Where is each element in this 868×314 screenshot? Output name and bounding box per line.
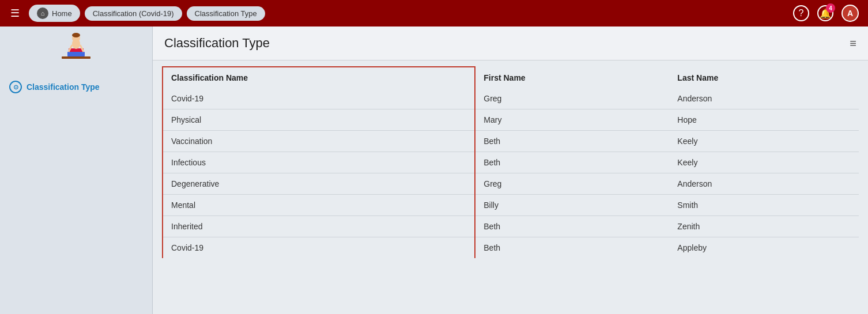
sidebar-item-classification-type-label: Classification Type [27,82,100,92]
cell-last-name: Zenith [669,216,859,237]
content-area: Classification Type ≡ Classification Nam… [153,27,868,314]
cell-first-name: Mary [475,109,669,131]
logo-svg [56,32,96,67]
topbar: ☰ ⌂ Home Classification (Covid-19) Class… [0,0,868,27]
help-button[interactable]: ? [793,5,809,21]
home-label: Home [52,9,72,18]
classification-covid-label: Classification (Covid-19) [93,9,174,18]
sidebar-item-classification-type[interactable]: ⊙ Classification Type [0,76,152,98]
sidebar: ⊙ Classification Type [0,27,153,314]
help-icon: ? [799,8,804,18]
cell-last-name: Anderson [669,88,859,109]
svg-rect-1 [67,52,85,56]
cell-classification-name: Degenerative [163,173,475,195]
cell-last-name: Appleby [669,237,859,259]
cell-classification-name: Covid-19 [163,237,475,259]
topbar-icons: ? 🔔 4 A [793,5,859,22]
notification-badge: 4 [826,3,835,13]
content-header: Classification Type ≡ [153,27,868,60]
hamburger-menu[interactable]: ☰ [6,5,24,22]
table-row: Covid-19BethAppleby [163,237,859,259]
table-row: DegenerativeGregAnderson [163,173,859,195]
notification-button[interactable]: 🔔 4 [817,5,833,21]
user-avatar[interactable]: A [841,5,859,22]
logo-image [56,32,96,67]
table-container: Classification Name First Name Last Name… [153,60,868,314]
table-row: MentalBillySmith [163,195,859,216]
cell-classification-name: Physical [163,109,475,131]
cell-classification-name: Infectious [163,152,475,173]
filter-icon[interactable]: ≡ [850,37,856,50]
svg-point-5 [72,33,80,37]
table-row: VaccinationBethKeely [163,131,859,152]
col-header-first-name: First Name [475,67,669,88]
home-tab[interactable]: ⌂ Home [29,5,80,22]
cell-first-name: Beth [475,237,669,259]
home-icon: ⌂ [37,7,48,19]
cell-last-name: Keely [669,131,859,152]
svg-rect-0 [62,56,90,59]
col-header-last-name: Last Name [669,67,859,88]
cell-classification-name: Inherited [163,216,475,237]
cell-first-name: Beth [475,152,669,173]
table-row: PhysicalMaryHope [163,109,859,131]
table-header-row: Classification Name First Name Last Name [163,67,859,88]
cell-last-name: Anderson [669,173,859,195]
data-table: Classification Name First Name Last Name… [162,66,859,258]
classification-type-tab-label: Classification Type [195,9,257,18]
col-header-classification-name: Classification Name [163,67,475,88]
classification-type-tab[interactable]: Classification Type [187,6,265,21]
cell-first-name: Greg [475,88,669,109]
table-row: InheritedBethZenith [163,216,859,237]
cell-classification-name: Vaccination [163,131,475,152]
cell-classification-name: Covid-19 [163,88,475,109]
classification-covid-tab[interactable]: Classification (Covid-19) [85,6,182,21]
page-title: Classification Type [164,36,270,51]
main-layout: ⊙ Classification Type Classification Typ… [0,27,868,314]
cell-first-name: Billy [475,195,669,216]
cell-first-name: Greg [475,173,669,195]
cell-last-name: Smith [669,195,859,216]
cell-classification-name: Mental [163,195,475,216]
table-row: Covid-19GregAnderson [163,88,859,109]
table-row: InfectiousBethKeely [163,152,859,173]
cell-first-name: Beth [475,216,669,237]
classification-type-icon: ⊙ [9,81,22,93]
avatar-label: A [847,9,853,18]
cell-last-name: Hope [669,109,859,131]
cell-last-name: Keely [669,152,859,173]
cell-first-name: Beth [475,131,669,152]
sidebar-logo [56,32,96,67]
